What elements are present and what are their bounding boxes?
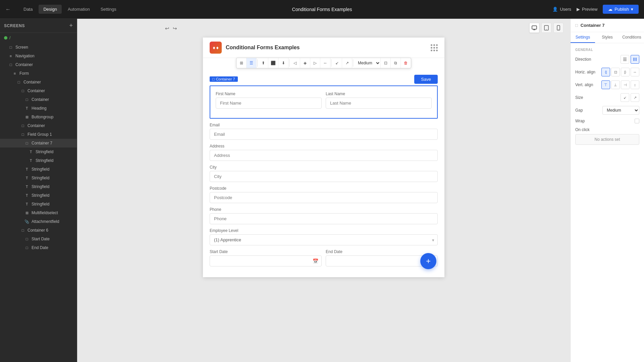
sidebar-item-stringfield6[interactable]: T Stringfield xyxy=(0,191,77,200)
lastname-input[interactable] xyxy=(326,98,432,109)
app-logo: ⬧⬧ xyxy=(210,42,222,54)
postcode-input[interactable] xyxy=(210,192,438,203)
direction-vertical-btn[interactable] xyxy=(621,55,629,64)
horiz-align-center-btn[interactable]: ⊡ xyxy=(611,68,620,76)
tablet-view-button[interactable] xyxy=(541,23,551,33)
tab-panel-settings[interactable]: Settings xyxy=(571,32,595,43)
sidebar-item-stringfield5[interactable]: T Stringfield xyxy=(0,182,77,191)
mobile-view-button[interactable] xyxy=(553,23,564,33)
sidebar-item-container6[interactable]: □ Container 6 xyxy=(0,226,77,235)
toolbar-grid-btn[interactable]: ⊞ xyxy=(236,58,247,68)
sidebar-item-container4[interactable]: □ Container xyxy=(0,95,77,104)
sidebar-item-container2[interactable]: □ Container xyxy=(0,78,77,86)
sidebar-item-container3[interactable]: □ Container xyxy=(0,86,77,95)
vert-align-mid-btn[interactable]: ⊥ xyxy=(611,80,620,89)
sidebar-item-container5[interactable]: □ Container xyxy=(0,121,77,130)
toolbar-dist-spread-btn[interactable]: ↔ xyxy=(320,58,330,68)
tab-design[interactable]: Design xyxy=(39,5,61,14)
users-button[interactable]: 👤 Users xyxy=(552,7,571,12)
selected-container[interactable]: First Name Last Name xyxy=(210,85,438,119)
sidebar-item-stringfield1[interactable]: T Stringfield xyxy=(0,147,77,156)
wrap-label: Wrap xyxy=(575,119,585,123)
vert-align-bot-btn[interactable]: ⊣ xyxy=(621,80,630,89)
firstname-input[interactable] xyxy=(216,98,322,109)
back-button[interactable]: ← xyxy=(5,6,11,12)
address-input[interactable] xyxy=(210,150,438,161)
toolbar-paste-btn[interactable]: ⧉ xyxy=(391,58,401,68)
horiz-align-stretch-btn[interactable]: ↔ xyxy=(631,68,639,76)
container6-icon: □ xyxy=(20,228,25,233)
gap-select[interactable]: Medium Small Large None xyxy=(602,106,639,115)
tab-settings[interactable]: Settings xyxy=(96,5,121,14)
startdate-calendar-icon[interactable]: 📅 xyxy=(313,258,318,264)
toolbar-dist-start-btn[interactable]: ◁ xyxy=(290,58,300,68)
tab-automation[interactable]: Automation xyxy=(63,5,95,14)
sidebar-item-form[interactable]: ≡ Form xyxy=(0,69,77,78)
sidebar-item-buttongroup[interactable]: ⊞ Buttongroup xyxy=(0,113,77,121)
sidebar-item-navigation[interactable]: ≡ Navigation xyxy=(0,52,77,60)
stringfield6-icon: T xyxy=(24,193,30,198)
desktop-view-button[interactable] xyxy=(529,23,539,33)
horiz-align-start-btn[interactable]: ⟨| xyxy=(601,68,610,76)
wrap-property: Wrap xyxy=(575,119,639,123)
phone-input[interactable] xyxy=(210,213,438,224)
form-icon: ≡ xyxy=(12,71,17,76)
sidebar-item-heading[interactable]: T Heading xyxy=(0,104,77,113)
direction-horizontal-btn[interactable] xyxy=(631,55,639,64)
sidebar-item-stringfield2[interactable]: T Stringfield xyxy=(0,156,77,165)
no-actions-button[interactable]: No actions set xyxy=(575,134,639,145)
sidebar-item-stringfield3[interactable]: T Stringfield xyxy=(0,165,77,174)
sidebar-label-stringfield4: Stringfield xyxy=(32,176,73,180)
sidebar-item-startdate[interactable]: □ Start Date xyxy=(0,235,77,243)
address-field: Address xyxy=(210,144,438,161)
publish-button[interactable]: ☁ Publish ▾ xyxy=(603,5,639,14)
sidebar-item-stringfield4[interactable]: T Stringfield xyxy=(0,174,77,182)
sidebar-label-multifieldselect: Multifieldselect xyxy=(32,210,73,215)
sidebar-item-container7[interactable]: □ Container 7 xyxy=(0,139,77,147)
startdate-input[interactable] xyxy=(210,255,322,266)
sidebar-item-multifieldselect[interactable]: ⊞ Multifieldselect xyxy=(0,208,77,217)
preview-button[interactable]: ▶ Preview xyxy=(577,7,597,12)
toolbar-align-mid-btn[interactable]: ⬛ xyxy=(268,58,278,68)
size-label: Size xyxy=(575,95,583,100)
wrap-checkbox[interactable] xyxy=(635,119,639,123)
toolbar-size-select[interactable]: Medium Small Large xyxy=(354,58,381,68)
toolbar-dist-end-btn[interactable]: ▷ xyxy=(310,58,320,68)
undo-button[interactable]: ↩ xyxy=(164,25,170,32)
size-shrink-btn[interactable]: ↙ xyxy=(621,93,629,102)
name-row: First Name Last Name xyxy=(216,92,432,109)
sidebar-label-container: Container xyxy=(15,62,73,67)
add-screen-button[interactable]: + xyxy=(69,22,73,29)
sidebar-item-screen[interactable]: □ Screen xyxy=(0,43,77,52)
toolbar-expand-btn[interactable]: ↗ xyxy=(342,58,352,68)
toolbar-align-top-btn[interactable]: ⬆ xyxy=(258,58,268,68)
size-expand-btn[interactable]: ↗ xyxy=(631,93,639,102)
toolbar-copy-btn[interactable]: ⊡ xyxy=(381,58,391,68)
city-input[interactable] xyxy=(210,171,438,182)
email-input[interactable] xyxy=(210,129,438,140)
toolbar-collapse-btn[interactable]: ↙ xyxy=(332,58,342,68)
toolbar-dist-center-btn[interactable]: ◈ xyxy=(300,58,310,68)
tab-panel-conditions[interactable]: Conditions xyxy=(620,32,644,43)
vert-align-top-btn[interactable]: ⊤ xyxy=(601,80,610,89)
tab-panel-styles[interactable]: Styles xyxy=(595,32,620,43)
toolbar-list-btn[interactable]: ☰ xyxy=(247,58,257,68)
toolbar-delete-btn[interactable]: 🗑 xyxy=(401,58,411,68)
sidebar-item-stringfield7[interactable]: T Stringfield xyxy=(0,200,77,208)
employee-level-select[interactable]: (1) Apprentice xyxy=(210,234,438,245)
sidebar-item-container[interactable]: □ Container xyxy=(0,60,77,69)
sidebar-item-enddate[interactable]: □ End Date xyxy=(0,243,77,252)
stringfield4-icon: T xyxy=(24,175,30,181)
vert-align-stretch-btn[interactable]: ↕ xyxy=(631,80,639,89)
fab-button[interactable]: + xyxy=(420,253,436,269)
sidebar-item-attachmentfield[interactable]: 📎 Attachmentfield xyxy=(0,217,77,226)
horiz-align-end-btn[interactable]: |⟩ xyxy=(621,68,630,76)
redo-button[interactable]: ↪ xyxy=(172,25,178,32)
sidebar-item-fieldgroup1[interactable]: □ Field Group 1 xyxy=(0,130,77,139)
sidebar-label-stringfield7: Stringfield xyxy=(32,202,73,206)
main-layout: Screens + / □ Screen ≡ Navigation □ Cont… xyxy=(0,19,644,362)
direction-label: Direction xyxy=(575,57,591,62)
root-item[interactable]: / xyxy=(0,33,77,43)
tab-data[interactable]: Data xyxy=(19,5,37,14)
toolbar-align-bot-btn[interactable]: ⬇ xyxy=(278,58,288,68)
